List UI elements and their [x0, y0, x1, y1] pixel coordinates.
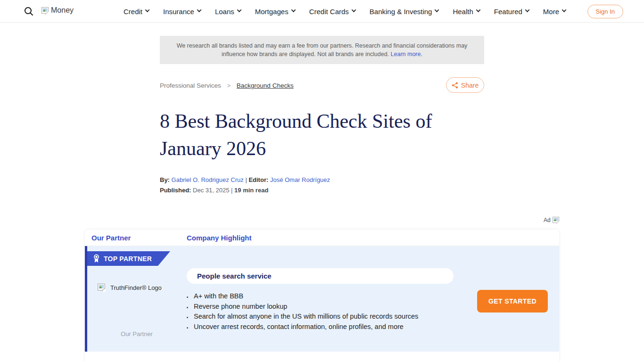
chevron-down-icon	[237, 8, 241, 12]
top-partner-badge-label: TOP PARTNER	[104, 255, 152, 263]
highlight-bullet: Uncover arrest records, contact informat…	[193, 322, 476, 332]
nav-item-mortgages[interactable]: Mortgages	[255, 8, 295, 16]
chevron-down-icon	[562, 8, 567, 12]
chevron-down-icon	[145, 8, 150, 12]
breadcrumb-current[interactable]: Background Checks	[237, 82, 294, 89]
learn-more-link[interactable]: Learn more	[391, 51, 421, 58]
chevron-down-icon	[525, 8, 529, 12]
breadcrumb-parent[interactable]: Professional Services	[160, 82, 221, 89]
chevron-down-icon	[476, 8, 480, 12]
nav-item-credit-cards[interactable]: Credit Cards	[309, 8, 355, 16]
published-line: Published: Dec 31, 2025 | 19 min read	[160, 187, 268, 194]
nav-item-banking-investing[interactable]: Banking & Investing	[370, 8, 439, 16]
partner-logo-alt-text: TruthFinder® Logo	[110, 283, 162, 291]
column-header-company-highlight: Company Highlight	[187, 234, 252, 242]
read-time: 19 min read	[234, 187, 268, 194]
author-link[interactable]: Gabriel O. Rodriguez Cruz	[172, 176, 244, 183]
company-highlight-pill: People search service	[187, 268, 454, 284]
share-label: Share	[461, 82, 479, 89]
money-logo[interactable]: Money	[41, 6, 74, 15]
share-icon	[452, 82, 458, 89]
nav-item-health[interactable]: Health	[453, 8, 479, 16]
nav-item-featured[interactable]: Featured	[494, 8, 529, 16]
highlight-bullet: Search for almost anyone in the US with …	[193, 312, 476, 322]
ad-label-text: Ad	[544, 217, 551, 223]
editor-link[interactable]: José Omar Rodríguez	[270, 176, 330, 183]
broken-image-icon	[98, 283, 106, 292]
published-label: Published:	[160, 187, 191, 194]
highlight-bullet: Reverse phone number lookup	[193, 302, 476, 312]
logo-alt-text: Money	[51, 6, 74, 15]
sign-in-button[interactable]: Sign In	[587, 5, 623, 18]
top-partner-row: TOP PARTNER TruthFinder® Logo Our Partne…	[85, 246, 559, 352]
table-header-row: Our Partner Company Highlight	[85, 230, 559, 246]
ad-label: Ad	[544, 216, 560, 224]
advertiser-disclosure: We research all brands listed and may ea…	[160, 36, 484, 64]
breadcrumb: Professional Services > Background Check…	[160, 82, 294, 89]
main-nav: Credit Insurance Loans Mortgages Credit …	[124, 0, 566, 23]
chevron-down-icon	[351, 8, 356, 12]
get-started-button[interactable]: GET STARTED	[477, 290, 548, 313]
nav-item-insurance[interactable]: Insurance	[163, 8, 201, 16]
medal-ribbon-icon	[93, 254, 99, 263]
nav-item-credit[interactable]: Credit	[124, 8, 149, 16]
chevron-down-icon	[291, 8, 296, 12]
our-partner-caption: Our Partner	[87, 330, 186, 337]
next-partner-row-partial	[85, 352, 559, 362]
broken-image-icon	[41, 7, 50, 15]
search-icon[interactable]	[24, 6, 34, 16]
chevron-down-icon	[435, 8, 439, 12]
share-button[interactable]: Share	[446, 77, 484, 93]
nav-item-loans[interactable]: Loans	[215, 8, 241, 16]
highlight-bullet: A+ with the BBB	[193, 291, 476, 302]
nav-item-more[interactable]: More	[543, 8, 566, 16]
by-label: By:	[160, 176, 170, 183]
published-date: Dec 31, 2025	[193, 187, 229, 194]
partner-comparison-table: Our Partner Company Highlight TOP PARTNE…	[85, 230, 559, 362]
editor-label: Editor:	[248, 176, 268, 183]
column-header-our-partner: Our Partner	[91, 234, 131, 242]
partner-logo[interactable]: TruthFinder® Logo	[98, 283, 162, 292]
top-navigation-bar: Money Credit Insurance Loans Mortgages C…	[0, 0, 644, 23]
disclosure-text: We research all brands listed and may ea…	[177, 42, 468, 58]
chevron-down-icon	[197, 8, 201, 12]
breadcrumb-separator: >	[227, 82, 231, 89]
top-partner-badge: TOP PARTNER	[87, 251, 170, 266]
byline: By: Gabriel O. Rodriguez Cruz | Editor: …	[160, 176, 330, 183]
highlight-bullet-list: A+ with the BBB Reverse phone number loo…	[193, 291, 476, 332]
page-title: 8 Best Background Check Sites of January…	[160, 107, 487, 162]
broken-image-icon	[553, 216, 560, 224]
